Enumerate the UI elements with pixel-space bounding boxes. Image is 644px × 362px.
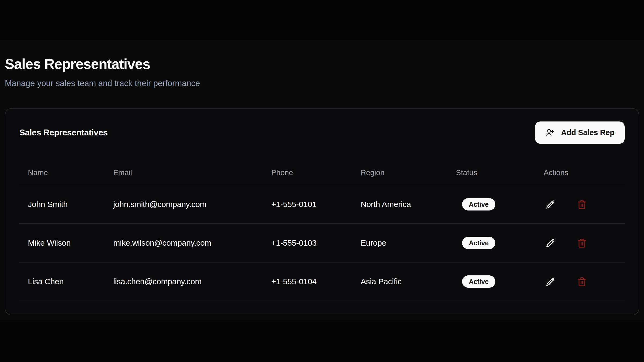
delete-button[interactable]: [577, 238, 587, 248]
column-header-region: Region: [352, 166, 447, 176]
rep-name: John Smith: [19, 200, 105, 209]
trash-icon: [577, 277, 587, 287]
delete-button[interactable]: [577, 199, 587, 209]
add-sales-rep-button[interactable]: Add Sales Rep: [535, 121, 625, 144]
trash-icon: [577, 200, 587, 209]
trash-icon: [577, 238, 587, 248]
rep-email: john.smith@company.com: [105, 200, 263, 209]
user-plus-icon: [545, 128, 554, 137]
table-row: Lisa Chen lisa.chen@company.com +1-555-0…: [19, 263, 625, 301]
top-spacer: [0, 0, 644, 40]
rep-region: North America: [352, 200, 447, 209]
edit-button[interactable]: [545, 199, 555, 209]
rep-status-cell: Active: [447, 275, 535, 288]
page-content: Sales Representatives Manage your sales …: [0, 40, 644, 320]
rep-actions-cell: [535, 199, 625, 209]
rep-email: lisa.chen@company.com: [105, 277, 263, 286]
rep-phone: +1-555-0104: [263, 277, 352, 286]
edit-button[interactable]: [545, 238, 555, 248]
column-header-email: Email: [105, 166, 263, 176]
rep-status-cell: Active: [447, 198, 535, 210]
pencil-icon: [546, 200, 555, 209]
rep-status-cell: Active: [447, 237, 535, 249]
card-header: Sales Representatives Add Sales Rep: [5, 109, 639, 144]
table-row: John Smith john.smith@company.com +1-555…: [19, 185, 625, 224]
rep-name: Mike Wilson: [19, 238, 105, 248]
pencil-icon: [546, 277, 555, 287]
rep-email: mike.wilson@company.com: [105, 238, 263, 248]
column-header-actions: Actions: [535, 166, 625, 176]
rep-phone: +1-555-0101: [263, 200, 352, 209]
page-title: Sales Representatives: [5, 56, 639, 73]
delete-button[interactable]: [577, 276, 587, 287]
pencil-icon: [546, 238, 555, 248]
add-sales-rep-label: Add Sales Rep: [561, 128, 614, 137]
column-header-phone: Phone: [263, 166, 352, 176]
rep-name: Lisa Chen: [19, 277, 105, 286]
table-row: Mike Wilson mike.wilson@company.com +1-5…: [19, 224, 625, 263]
column-header-name: Name: [19, 166, 105, 176]
card-title: Sales Representatives: [19, 128, 108, 138]
status-badge: Active: [462, 198, 495, 210]
rep-actions-cell: [535, 238, 625, 248]
sales-reps-card: Sales Representatives Add Sales Rep Name…: [5, 108, 639, 315]
status-badge: Active: [462, 237, 495, 249]
page-subtitle: Manage your sales team and track their p…: [5, 79, 639, 88]
table-header-row: Name Email Phone Region Status Actions: [19, 166, 625, 185]
rep-region: Europe: [352, 238, 447, 248]
edit-button[interactable]: [545, 276, 555, 287]
rep-phone: +1-555-0103: [263, 238, 352, 248]
sales-reps-table: Name Email Phone Region Status Actions J…: [19, 166, 625, 301]
column-header-status: Status: [447, 166, 535, 176]
rep-region: Asia Pacific: [352, 277, 447, 286]
status-badge: Active: [462, 275, 495, 288]
rep-actions-cell: [535, 276, 625, 287]
